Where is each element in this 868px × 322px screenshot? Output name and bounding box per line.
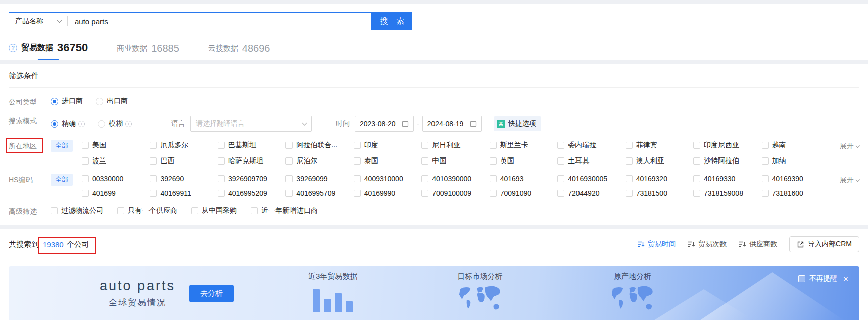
- search-category-dropdown[interactable]: 产品名称: [9, 17, 67, 26]
- checkbox-icon: [354, 190, 361, 197]
- checkbox-icon: [421, 142, 428, 149]
- radio-icon: [96, 98, 103, 105]
- region-checkbox[interactable]: 美国: [82, 141, 150, 150]
- hs-checkbox[interactable]: 4009310000: [354, 175, 421, 183]
- dismiss-label: 不再提醒: [809, 274, 837, 283]
- region-expand-button[interactable]: 展开: [829, 141, 859, 151]
- hs-checkbox[interactable]: 7009100009: [421, 189, 489, 197]
- chevron-down-icon: [856, 178, 860, 182]
- hs-expand-button[interactable]: 展开: [829, 175, 859, 185]
- hs-checkbox[interactable]: 392690: [150, 175, 217, 183]
- region-checkbox[interactable]: 哈萨克斯坦: [218, 156, 285, 166]
- advanced-checkbox-new-importer[interactable]: 近一年新增进口商: [251, 206, 318, 215]
- hs-checkbox[interactable]: 4016995209: [218, 189, 285, 197]
- radio-exact[interactable]: 精确 i: [51, 119, 85, 128]
- radio-fuzzy[interactable]: 模糊 i: [98, 119, 132, 128]
- date-start-input[interactable]: 2023-08-20: [355, 116, 414, 132]
- region-checkbox[interactable]: 印度: [354, 141, 421, 150]
- hs-checkbox[interactable]: 40169390: [762, 175, 829, 183]
- hs-checkbox[interactable]: 40169911: [150, 189, 217, 197]
- search-bar: 产品名称 搜 索: [9, 12, 859, 30]
- region-checkbox[interactable]: 厄瓜多尔: [150, 141, 217, 150]
- checkbox-icon: [421, 190, 428, 197]
- region-checkbox[interactable]: 波兰: [82, 156, 150, 166]
- region-checkbox[interactable]: 尼泊尔: [285, 156, 353, 166]
- checkbox-icon: [490, 175, 497, 182]
- close-icon[interactable]: ×: [843, 275, 848, 283]
- analysis-promo-banner[interactable]: auto parts 全球贸易情况 去分析 近3年贸易数据 目标市场分析: [9, 266, 859, 320]
- checkbox-icon: [218, 175, 225, 182]
- hs-checkbox[interactable]: 401693: [490, 175, 557, 183]
- radio-exporter[interactable]: 出口商: [96, 97, 128, 106]
- hs-checkbox[interactable]: 40169990: [354, 189, 421, 197]
- sort-trade-count[interactable]: 贸易次数: [688, 240, 727, 249]
- import-crm-button[interactable]: 导入内部CRM: [789, 236, 859, 252]
- hs-checkbox[interactable]: 4016930005: [557, 175, 625, 183]
- checkbox-icon: [762, 175, 769, 182]
- region-checkbox[interactable]: 委内瑞拉: [557, 141, 625, 150]
- region-all-tag[interactable]: 全部: [51, 140, 73, 152]
- radio-label: 进口商: [62, 97, 83, 106]
- region-checkbox[interactable]: 澳大利亚: [626, 156, 693, 166]
- region-checkbox[interactable]: 沙特阿拉伯: [693, 156, 761, 166]
- region-checkbox[interactable]: 中国: [421, 156, 489, 166]
- region-checkbox[interactable]: 巴西: [150, 156, 217, 166]
- checkbox-icon: [421, 157, 428, 165]
- advanced-checkbox-buy-from-china[interactable]: 从中国采购: [191, 206, 237, 215]
- sort-trade-time[interactable]: 贸易时间: [637, 240, 676, 249]
- advanced-checkbox-single-supplier[interactable]: 只有一个供应商: [117, 206, 177, 215]
- filter-label-hs-code: HS编码: [9, 175, 51, 185]
- go-analyze-button[interactable]: 去分析: [189, 285, 234, 302]
- tab-trade-data[interactable]: ? 贸易数据 36750: [9, 41, 88, 60]
- hs-checkbox[interactable]: 4016995709: [285, 189, 353, 197]
- dismiss-checkbox[interactable]: [798, 275, 805, 282]
- info-icon[interactable]: i: [125, 121, 132, 127]
- hs-checkbox[interactable]: 73181500: [626, 189, 693, 197]
- tab-business-data[interactable]: 商业数据 16885: [117, 43, 179, 60]
- language-select[interactable]: 请选择翻译语言: [190, 116, 312, 132]
- filter-row-region: 所在地区 全部 美国 厄瓜多尔 巴基斯坦 阿拉伯联合... 印度 尼日利亚 斯里…: [9, 141, 859, 166]
- help-icon[interactable]: ?: [9, 44, 17, 52]
- sort-supplier-count[interactable]: 供应商数: [739, 240, 777, 249]
- chevron-down-icon: [302, 120, 307, 125]
- hs-checkbox[interactable]: 73181600: [762, 189, 829, 197]
- region-checkbox[interactable]: 尼日利亚: [421, 141, 489, 150]
- checkbox-icon: [285, 157, 293, 165]
- hs-checkbox[interactable]: 70091090: [490, 189, 557, 197]
- region-checkbox[interactable]: 土耳其: [557, 156, 625, 166]
- hs-checkbox[interactable]: 72044920: [557, 189, 625, 197]
- hs-checkbox[interactable]: 3926909709: [218, 175, 285, 183]
- region-checkbox[interactable]: 阿拉伯联合...: [285, 141, 353, 150]
- region-checkbox[interactable]: 加纳: [762, 156, 829, 166]
- hs-checkbox[interactable]: 40169330: [693, 175, 761, 183]
- filters-section: 筛选条件 公司类型 进口商 出口商 搜索模式 精确 i 模糊: [0, 64, 868, 225]
- data-tabs: ? 贸易数据 36750 商业数据 16885 云搜数据 48696: [9, 41, 859, 60]
- sort-icon: [688, 241, 695, 248]
- active-tab-indicator: [38, 59, 59, 60]
- hs-checkbox[interactable]: 40169320: [626, 175, 693, 183]
- radio-selected-icon: [51, 98, 58, 105]
- date-end-input[interactable]: 2024-08-19: [422, 116, 482, 132]
- advanced-checkbox-filter-logistics[interactable]: 过滤物流公司: [51, 206, 103, 215]
- region-checkbox[interactable]: 英国: [490, 156, 557, 166]
- hs-checkbox[interactable]: 00330000: [82, 175, 150, 183]
- hs-checkbox[interactable]: 4010390000: [421, 175, 489, 183]
- tab-cloud-search-data[interactable]: 云搜数据 48696: [208, 43, 270, 60]
- hs-checkbox[interactable]: 39269099: [285, 175, 353, 183]
- region-checkbox[interactable]: 泰国: [354, 156, 421, 166]
- info-icon[interactable]: i: [78, 121, 85, 127]
- region-checkbox[interactable]: 印度尼西亚: [693, 141, 761, 150]
- bar-chart-icon: [313, 286, 353, 312]
- hs-checkbox[interactable]: 7318159008: [693, 189, 761, 197]
- hs-all-tag[interactable]: 全部: [51, 174, 73, 186]
- region-checkbox[interactable]: 越南: [762, 141, 829, 150]
- region-checkbox[interactable]: 斯里兰卡: [490, 141, 557, 150]
- search-input[interactable]: [68, 17, 371, 26]
- region-checkbox[interactable]: 巴基斯坦: [218, 141, 285, 150]
- hs-checkbox[interactable]: 401699: [82, 189, 150, 197]
- search-button[interactable]: 搜 索: [372, 12, 412, 30]
- filter-row-advanced: 高级筛选 过滤物流公司 只有一个供应商 从中国采购 近一年新增进口商: [9, 206, 859, 216]
- quick-options-button[interactable]: ⌘ 快捷选项: [494, 116, 541, 131]
- region-checkbox[interactable]: 菲律宾: [626, 141, 693, 150]
- radio-importer[interactable]: 进口商: [51, 97, 83, 106]
